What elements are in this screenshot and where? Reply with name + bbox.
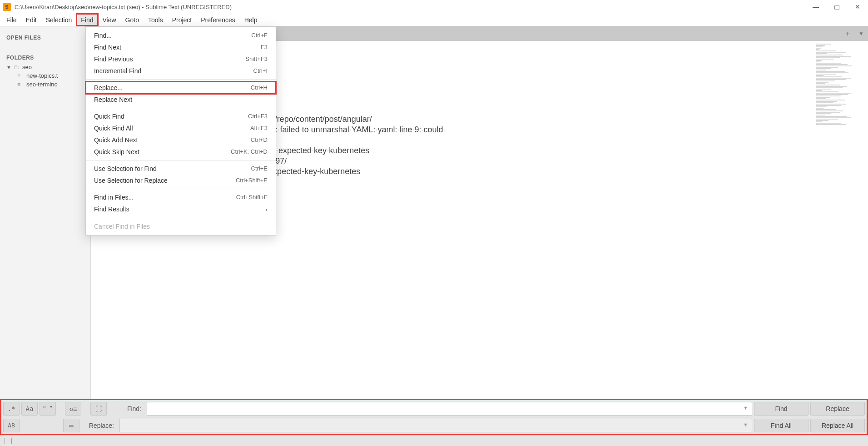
- replace-input[interactable]: ▼: [119, 419, 752, 432]
- menu-preferences[interactable]: Preferences: [196, 14, 239, 26]
- whole-word-toggle[interactable]: “ ”: [40, 402, 56, 416]
- menu-item-shortcut: Ctrl+D: [251, 136, 268, 144]
- menu-item-label: Replace...: [94, 84, 123, 91]
- menu-item-find-results[interactable]: Find Results: [86, 203, 276, 215]
- open-files-heading: OPEN FILES: [0, 31, 90, 43]
- menu-item-shortcut: Ctrl+Shift+E: [236, 177, 268, 184]
- menu-find[interactable]: Find: [76, 14, 98, 26]
- menu-item-label: Find Results: [94, 205, 129, 213]
- maximize-button[interactable]: ▢: [826, 0, 847, 14]
- status-panel-icon[interactable]: [5, 438, 12, 444]
- wrap-toggle[interactable]: ↻≡: [65, 402, 81, 416]
- find-all-button[interactable]: Find All: [754, 419, 808, 432]
- file-item-1[interactable]: ≡ seo-termino: [0, 80, 90, 89]
- menu-project[interactable]: Project: [168, 14, 197, 26]
- menu-tools[interactable]: Tools: [144, 14, 168, 26]
- highlight-matches-toggle[interactable]: ▭: [63, 419, 79, 432]
- menu-selection[interactable]: Selection: [41, 14, 77, 26]
- find-button[interactable]: Find: [754, 402, 808, 416]
- menu-item-label: Replace Next: [94, 96, 132, 103]
- menu-item-label: Quick Skip Next: [94, 148, 139, 155]
- file-icon: ≡: [17, 73, 24, 79]
- case-sensitive-toggle[interactable]: Aa: [21, 402, 38, 416]
- find-dropdown-menu: Find...Ctrl+FFind NextF3Find PreviousShi…: [85, 26, 276, 236]
- menu-item-label: Quick Find All: [94, 125, 133, 132]
- menu-help[interactable]: Help: [240, 14, 262, 26]
- menu-item-replace[interactable]: Replace...Ctrl+H: [86, 82, 276, 94]
- folder-icon: 🗀: [14, 64, 20, 70]
- menu-item-label: Find in Files...: [94, 194, 134, 201]
- minimize-button[interactable]: ―: [805, 0, 826, 14]
- app-logo-icon: S: [3, 3, 11, 11]
- folders-heading: FOLDERS: [0, 51, 90, 63]
- menu-view[interactable]: View: [98, 14, 121, 26]
- menu-item-label: Use Selection for Find: [94, 165, 157, 172]
- menu-item-shortcut: Ctrl+F: [251, 32, 268, 39]
- menu-item-shortcut: Ctrl+K, Ctrl+D: [231, 148, 268, 155]
- replace-all-button[interactable]: Replace All: [810, 419, 865, 432]
- tab-menu-button[interactable]: ▼: [854, 26, 868, 41]
- menu-goto[interactable]: Goto: [121, 14, 144, 26]
- menu-item-shortcut: Ctrl+I: [253, 67, 268, 75]
- replace-label: Replace:: [81, 422, 118, 429]
- menu-item-find-next[interactable]: Find NextF3: [86, 41, 276, 53]
- menu-item-label: Cancel Find in Files: [94, 223, 150, 230]
- titlebar: S C:\Users\Kiran\Desktop\seo\new-topics.…: [0, 0, 868, 14]
- menu-item-label: Find...: [94, 32, 112, 39]
- menu-item-replace-next[interactable]: Replace Next: [86, 94, 276, 105]
- menu-item-shortcut: Ctrl+F3: [248, 113, 268, 120]
- menu-item-quick-skip-next[interactable]: Quick Skip NextCtrl+K, Ctrl+D: [86, 146, 276, 158]
- file-icon: ≡: [17, 81, 24, 88]
- menu-item-shortcut: Ctrl+E: [251, 165, 268, 172]
- menu-item-shortcut: Ctrl+H: [251, 84, 268, 91]
- find-history-icon[interactable]: ▼: [743, 405, 748, 411]
- find-replace-panel: .* Aa “ ” ↻≡ ⛶ Find: ▼ Find Replace AB ▭…: [0, 399, 868, 435]
- menu-item-incremental-find[interactable]: Incremental FindCtrl+I: [86, 65, 276, 77]
- folder-root-label: seo: [22, 64, 32, 70]
- file-label: seo-termino: [26, 81, 58, 88]
- menubar: File Edit Selection Find View Goto Tools…: [0, 14, 868, 26]
- file-item-0[interactable]: ≡ new-topics.t: [0, 71, 90, 80]
- menu-item-shortcut: Ctrl+Shift+F: [236, 194, 268, 201]
- menu-item-quick-add-next[interactable]: Quick Add NextCtrl+D: [86, 134, 276, 146]
- folder-root[interactable]: ▼ 🗀 seo: [0, 63, 90, 71]
- menu-item-use-selection-for-replace[interactable]: Use Selection for ReplaceCtrl+Shift+E: [86, 175, 276, 186]
- menu-item-find-previous[interactable]: Find PreviousShift+F3: [86, 53, 276, 65]
- menu-item-quick-find[interactable]: Quick FindCtrl+F3: [86, 110, 276, 122]
- replace-history-icon[interactable]: ▼: [743, 422, 748, 427]
- file-label: new-topics.t: [26, 72, 58, 79]
- find-input[interactable]: ▼: [147, 402, 752, 416]
- sidebar: OPEN FILES FOLDERS ▼ 🗀 seo ≡ new-topics.…: [0, 26, 91, 399]
- menu-item-shortcut: Shift+F3: [245, 55, 268, 63]
- menu-item-label: Find Previous: [94, 55, 133, 63]
- menu-item-find-in-files[interactable]: Find in Files...Ctrl+Shift+F: [86, 191, 276, 203]
- in-selection-toggle[interactable]: ⛶: [90, 402, 107, 416]
- folder-collapse-icon[interactable]: ▼: [6, 65, 11, 70]
- regex-toggle[interactable]: .*: [3, 402, 20, 416]
- menu-item-label: Quick Find: [94, 113, 124, 120]
- menu-item-shortcut: Alt+F3: [250, 125, 268, 132]
- window-title: C:\Users\Kiran\Desktop\seo\new-topics.tx…: [15, 4, 805, 10]
- minimap[interactable]: [813, 41, 868, 399]
- menu-item-label: Incremental Find: [94, 67, 141, 75]
- statusbar: [0, 435, 868, 446]
- menu-item-label: Use Selection for Replace: [94, 177, 168, 184]
- menu-item-label: Quick Add Next: [94, 136, 138, 144]
- close-button[interactable]: ✕: [847, 0, 868, 14]
- menu-file[interactable]: File: [2, 14, 21, 26]
- menu-item-quick-find-all[interactable]: Quick Find AllAlt+F3: [86, 122, 276, 134]
- menu-item-shortcut: F3: [261, 44, 268, 51]
- menu-item-label: Find Next: [94, 44, 121, 51]
- menu-item-find[interactable]: Find...Ctrl+F: [86, 30, 276, 41]
- replace-button[interactable]: Replace: [810, 402, 865, 416]
- find-label: Find:: [109, 405, 145, 412]
- menu-item-use-selection-for-find[interactable]: Use Selection for FindCtrl+E: [86, 163, 276, 175]
- preserve-case-toggle[interactable]: AB: [3, 419, 20, 432]
- menu-edit[interactable]: Edit: [21, 14, 41, 26]
- menu-item-cancel-find-in-files: Cancel Find in Files: [86, 220, 276, 232]
- tab-add-button[interactable]: ＋: [841, 26, 854, 41]
